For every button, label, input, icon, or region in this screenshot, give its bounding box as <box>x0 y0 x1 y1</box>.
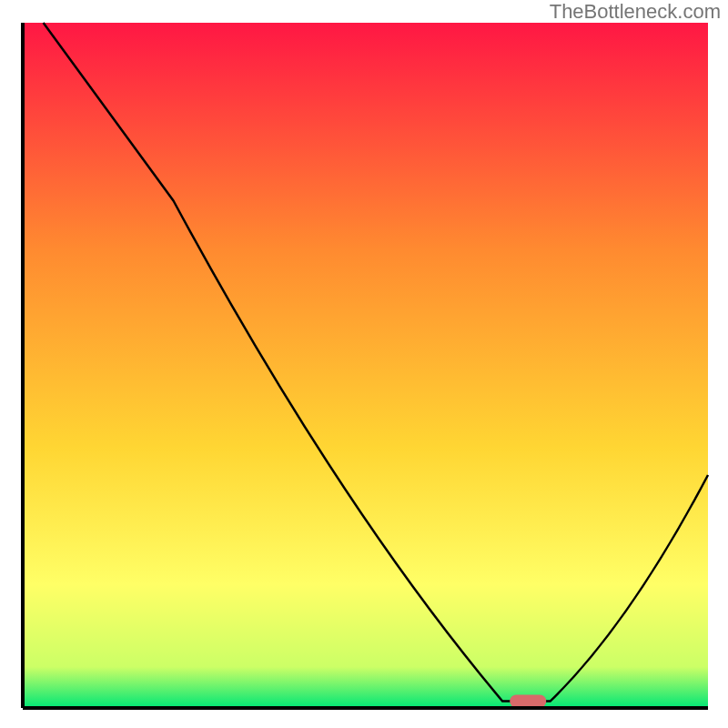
gradient-background <box>23 23 708 708</box>
bottleneck-chart <box>0 0 728 728</box>
optimal-point-marker <box>510 694 546 707</box>
watermark-text: TheBottleneck.com <box>550 0 721 24</box>
chart-container: TheBottleneck.com <box>0 0 728 728</box>
